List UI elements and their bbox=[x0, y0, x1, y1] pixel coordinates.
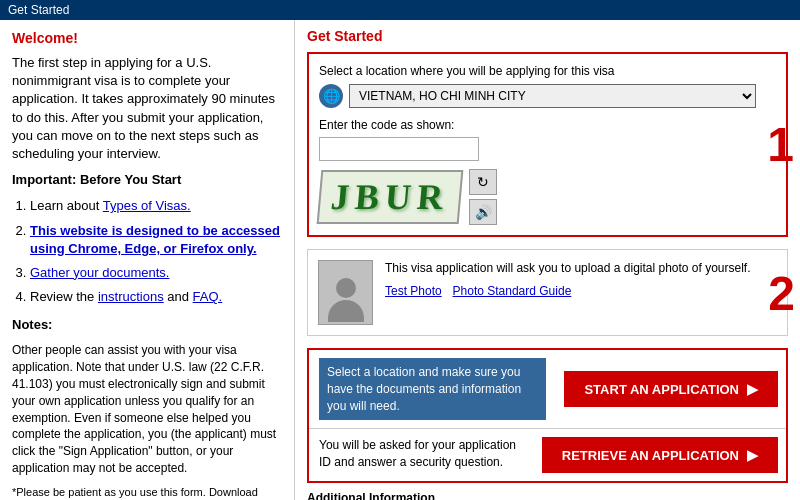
list-item-1: Learn about Types of Visas. bbox=[30, 197, 282, 215]
person-head bbox=[336, 278, 356, 298]
left-panel: Welcome! The first step in applying for … bbox=[0, 20, 295, 500]
blue-info-bar: Select a location and make sure you have… bbox=[319, 358, 546, 420]
types-of-visas-link[interactable]: Types of Visas. bbox=[103, 198, 191, 213]
step2-photo-section: This visa application will ask you to up… bbox=[307, 249, 788, 336]
welcome-title: Welcome! bbox=[12, 30, 282, 46]
right-panel: Get Started Select a location where you … bbox=[295, 20, 800, 500]
instructions-link[interactable]: instructions bbox=[98, 289, 164, 304]
top-bar: Get Started bbox=[0, 0, 800, 20]
retrieve-application-button[interactable]: RETRIEVE AN APPLICATION ▶ bbox=[542, 437, 778, 473]
captcha-buttons: ↻ 🔊 bbox=[469, 169, 497, 225]
retrieve-button-label: RETRIEVE AN APPLICATION bbox=[562, 448, 739, 463]
list-item-3: Gather your documents. bbox=[30, 264, 282, 282]
audio-captcha-button[interactable]: 🔊 bbox=[469, 199, 497, 225]
notes-text: Other people can assist you with your vi… bbox=[12, 342, 282, 476]
start-application-button[interactable]: START AN APPLICATION ▶ bbox=[564, 371, 778, 407]
location-row: 🌐 VIETNAM, HO CHI MINH CITY bbox=[319, 84, 756, 108]
nav-label: Get Started bbox=[8, 3, 69, 17]
refresh-captcha-button[interactable]: ↻ bbox=[469, 169, 497, 195]
additional-info-label: Additional Information bbox=[307, 491, 788, 500]
globe-icon: 🌐 bbox=[319, 84, 343, 108]
test-photo-link[interactable]: Test Photo bbox=[385, 284, 442, 298]
photo-text-area: This visa application will ask you to up… bbox=[385, 260, 757, 298]
captcha-image: JBUR bbox=[317, 170, 464, 224]
retrieve-info-text: You will be asked for your application I… bbox=[309, 429, 534, 481]
code-label: Enter the code as shown: bbox=[319, 118, 756, 132]
notes-title: Notes: bbox=[12, 316, 282, 334]
captcha-input[interactable] bbox=[319, 137, 479, 161]
photo-links: Test Photo Photo Standard Guide bbox=[385, 283, 757, 298]
faq-link[interactable]: FAQ. bbox=[193, 289, 223, 304]
retrieve-row: You will be asked for your application I… bbox=[309, 429, 786, 481]
photo-placeholder bbox=[318, 260, 373, 325]
start-button-label: START AN APPLICATION bbox=[584, 382, 739, 397]
buttons-section: Select a location and make sure you have… bbox=[307, 348, 788, 483]
photo-guide-link[interactable]: Photo Standard Guide bbox=[453, 284, 572, 298]
step1-box: Select a location where you will be appl… bbox=[307, 52, 788, 237]
step2-number: 2 bbox=[768, 265, 795, 320]
start-info-text: Select a location and make sure you have… bbox=[309, 350, 556, 428]
main-content: Welcome! The first step in applying for … bbox=[0, 20, 800, 500]
important-list: Learn about Types of Visas. This website… bbox=[30, 197, 282, 306]
gather-docs-link[interactable]: Gather your documents. bbox=[30, 265, 169, 280]
start-row: Select a location and make sure you have… bbox=[309, 350, 786, 429]
retrieve-btn-wrap: RETRIEVE AN APPLICATION ▶ bbox=[534, 429, 786, 481]
location-select[interactable]: VIETNAM, HO CHI MINH CITY bbox=[349, 84, 756, 108]
get-started-title: Get Started bbox=[307, 28, 788, 44]
start-arrow-icon: ▶ bbox=[747, 381, 758, 397]
person-body bbox=[328, 300, 364, 322]
captcha-row: JBUR ↻ 🔊 bbox=[319, 169, 756, 225]
retrieve-arrow-icon: ▶ bbox=[747, 447, 758, 463]
small-note: *Please be patient as you use this form.… bbox=[12, 485, 282, 500]
list-item-4: Review the instructions and FAQ. bbox=[30, 288, 282, 306]
list-item-2: This website is designed to be accessed … bbox=[30, 222, 282, 258]
step1-number: 1 bbox=[767, 121, 794, 169]
person-silhouette bbox=[319, 261, 372, 324]
intro-text: The first step in applying for a U.S. no… bbox=[12, 54, 282, 163]
location-label: Select a location where you will be appl… bbox=[319, 64, 756, 78]
start-btn-wrap: START AN APPLICATION ▶ bbox=[556, 350, 786, 428]
browser-notice-link[interactable]: This website is designed to be accessed … bbox=[30, 223, 280, 256]
photo-description: This visa application will ask you to up… bbox=[385, 260, 757, 277]
important-title: Important: Before You Start bbox=[12, 171, 282, 189]
